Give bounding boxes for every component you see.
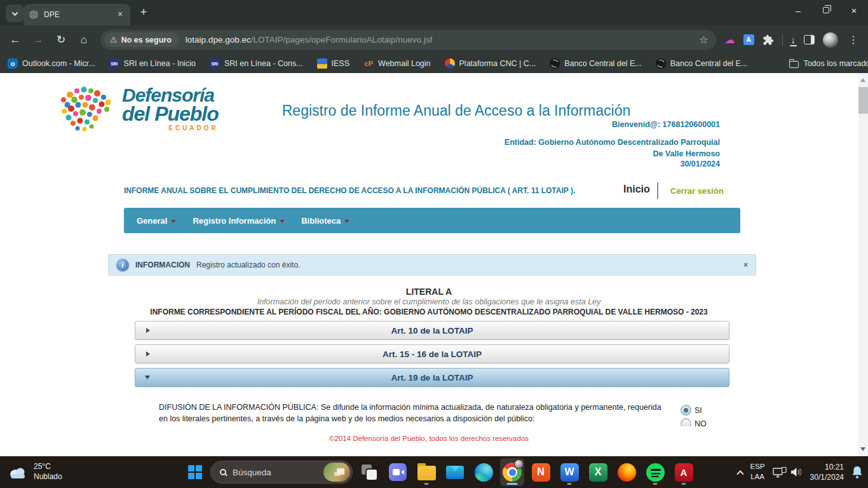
spotify-button[interactable] <box>643 458 667 486</box>
edge-icon <box>475 463 493 482</box>
bookmark-sri-consultas[interactable]: SRISRI en Línea - Cons... <box>210 58 303 69</box>
clock-time: 10:21 <box>810 462 844 472</box>
alert-close-icon[interactable]: × <box>743 261 748 269</box>
logout-link[interactable]: Cerrar sesión <box>670 186 724 196</box>
inicio-link[interactable]: Inicio <box>623 184 650 195</box>
radio-row-si: SI <box>681 405 725 416</box>
language-indicator[interactable]: ESP LAA <box>750 462 765 482</box>
search-daily-image[interactable] <box>323 463 350 482</box>
alert-message: Registro actualizado con éxito. <box>196 261 300 269</box>
bookmark-label: IESS <box>332 59 350 68</box>
radio-no[interactable] <box>681 418 691 426</box>
menu-registro-informacion[interactable]: Registro Información <box>186 212 291 229</box>
weather-widget[interactable]: 25°C Nublado <box>8 462 62 482</box>
bookmark-cnc[interactable]: Plataforma CNC | C... <box>445 58 536 69</box>
scroll-down-arrow[interactable] <box>860 447 865 451</box>
maximize-button[interactable] <box>812 0 840 20</box>
back-button[interactable]: ← <box>5 30 25 50</box>
accordion-art15-16[interactable]: Art. 15 - 16 de la LOTAIP <box>135 344 729 363</box>
entity-text: Entidad: Gobierno Autónomo Descentraliza… <box>505 137 720 159</box>
teams-chat-button[interactable] <box>386 458 410 486</box>
copyright-footer: ©2014 Defensoría del Pueblo, todos los d… <box>0 435 858 442</box>
close-button[interactable]: × <box>840 0 868 20</box>
profile-avatar[interactable] <box>823 32 838 48</box>
edge-button[interactable] <box>471 458 496 486</box>
acrobat-button[interactable]: A <box>672 458 696 486</box>
tab-search-button[interactable] <box>6 4 24 22</box>
lotaip-accordion: Art. 10 de la LOTAIP Art. 15 - 16 de la … <box>135 321 729 387</box>
bookmark-star-icon[interactable]: ☆ <box>698 34 709 46</box>
taskbar-search[interactable]: Búsqueda <box>210 461 353 484</box>
all-bookmarks-button[interactable]: Todos los marcadores <box>789 59 868 68</box>
globe-icon <box>656 58 666 69</box>
cpanel-icon: cP <box>363 58 374 69</box>
mail-button[interactable] <box>443 458 467 486</box>
search-icon <box>220 469 226 475</box>
address-bar[interactable]: ⚠ No es seguro lotaip.dpe.gob.ec/LOTAIP/… <box>100 30 716 50</box>
tray-chevron-up-icon[interactable] <box>736 470 743 477</box>
firefox-button[interactable] <box>614 458 639 486</box>
menu-general[interactable]: General <box>130 212 182 229</box>
forward-button[interactable]: → <box>28 30 48 50</box>
language-line2: LAA <box>750 472 765 482</box>
extension-cloud-icon[interactable]: ☁ <box>725 34 735 46</box>
windows-taskbar: 25°C Nublado Búsqueda N W X A <box>0 456 868 488</box>
home-button[interactable]: ⌂ <box>74 30 94 50</box>
file-explorer-button[interactable] <box>414 458 438 486</box>
radio-no-label: NO <box>695 419 707 427</box>
difusion-question: DIFUSIÓN DE LA INFORMACIÓN PÚBLICA: Se d… <box>159 402 664 424</box>
bookmark-iess[interactable]: IESS <box>317 58 350 69</box>
start-button[interactable] <box>184 461 206 483</box>
menu-biblioteca[interactable]: Biblioteca <box>295 212 356 229</box>
task-view-icon <box>362 464 377 480</box>
chrome-button[interactable] <box>500 458 524 486</box>
running-indicator <box>424 483 429 485</box>
warning-icon: ⚠ <box>110 35 118 44</box>
logo-line3: ECUADOR <box>122 125 219 131</box>
entity-line1: Entidad: Gobierno Autónomo Descentraliza… <box>505 138 720 147</box>
bookmark-banco-central-2[interactable]: Banco Central del E... <box>656 58 748 69</box>
bookmarks-bar: oOutlook.com - Micr... SRISRI en Línea -… <box>0 54 868 73</box>
translate-icon[interactable]: A <box>743 34 754 45</box>
security-chip[interactable]: ⚠ No es seguro <box>104 32 179 47</box>
nitro-pdf-button[interactable]: N <box>529 458 553 486</box>
extensions-puzzle-icon[interactable] <box>763 34 774 46</box>
accordion-art10[interactable]: Art. 10 de la LOTAIP <box>135 321 729 340</box>
scrollbar-thumb[interactable] <box>858 87 868 114</box>
bookmark-webmail[interactable]: cPWebmail Login <box>363 58 430 69</box>
running-indicator-active <box>507 483 518 485</box>
file-explorer-icon <box>417 466 436 480</box>
globe-favicon-icon <box>29 10 39 20</box>
menu-kebab-icon[interactable]: ⋮ <box>846 34 860 46</box>
page-scrollbar[interactable] <box>858 73 868 456</box>
tray-status-icons[interactable] <box>773 467 803 478</box>
side-panel-icon[interactable] <box>804 35 815 44</box>
reload-button[interactable]: ↻ <box>51 30 71 50</box>
scroll-up-arrow[interactable] <box>860 78 865 82</box>
notifications-bell-icon[interactable] <box>851 466 863 479</box>
browser-tab[interactable]: DPE × <box>24 4 130 25</box>
taskbar-center: Búsqueda N W X A <box>184 458 696 486</box>
chevron-down-icon <box>11 10 18 16</box>
sri-icon: SRI <box>210 58 220 69</box>
toolbar-divider <box>782 34 783 46</box>
language-line1: ESP <box>750 462 765 472</box>
radio-row-no: NO <box>681 418 725 426</box>
tab-close-icon[interactable]: × <box>115 10 125 20</box>
word-button[interactable]: W <box>557 458 581 486</box>
downloads-icon[interactable]: ↓ <box>791 35 796 44</box>
accordion-art19[interactable]: Art. 19 de la LOTAIP <box>135 368 729 387</box>
bookmark-outlook[interactable]: oOutlook.com - Micr... <box>8 58 95 69</box>
caret-down-icon <box>280 220 285 223</box>
taskbar-clock[interactable]: 10:21 30/1/2024 <box>810 462 844 482</box>
bookmark-sri-inicio[interactable]: SRISRI en Línea - Inicio <box>109 58 196 69</box>
minimize-button[interactable]: – <box>784 0 812 20</box>
alert-title: INFORMACION <box>135 261 190 269</box>
task-view-button[interactable] <box>357 458 381 486</box>
new-tab-button[interactable]: + <box>135 4 152 21</box>
nitro-pdf-icon: N <box>532 463 550 482</box>
excel-button[interactable]: X <box>586 458 610 486</box>
bookmark-banco-central-1[interactable]: Banco Central del E... <box>550 58 642 69</box>
browser-toolbar: ← → ↻ ⌂ ⚠ No es seguro lotaip.dpe.gob.ec… <box>0 25 868 54</box>
radio-si[interactable] <box>681 405 691 416</box>
